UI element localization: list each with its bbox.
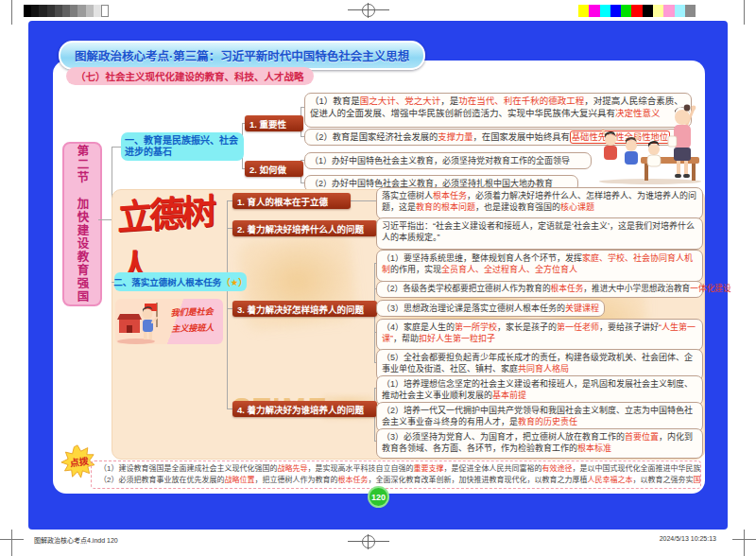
branch2-sub2-node: 2. 着力解决好培养什么人的问题	[232, 220, 377, 236]
branch2-sub4-node: 4. 着力解决好为谁培养人的问题	[232, 401, 377, 417]
registration-crosshair-bottom	[348, 534, 389, 549]
grayscale-calibration-bar	[24, 5, 109, 17]
branch2-node-label: 二、落实立德树人根本任务	[113, 275, 221, 288]
tips-starburst-icon: 点拨	[60, 444, 94, 478]
importance-star: （★）	[221, 275, 248, 288]
page-title: 图解政治核心考点·第三篇：习近平新时代中国特色社会主义思想	[59, 41, 425, 70]
content-box: （2）各级各类学校都要把立德树人作为教育的根本任务，推进大中小学思想政治教育一体…	[376, 281, 703, 298]
content-box: （4）家庭是人生的第一所学校，家长是孩子的第一任老师，要给孩子讲好“人生第一课”…	[376, 319, 703, 351]
crop-mark	[744, 0, 745, 25]
child-flag-drawing	[115, 299, 170, 344]
registration-crosshair-top	[348, 3, 389, 18]
content-box: （3）必须坚持为党育人、为国育才，把立德树人放在教育工作的首要位置，内化到教育各…	[376, 428, 703, 459]
branch1-sub1-node: 1. 重要性	[245, 115, 303, 131]
mindmap-root-node: 第二节 加快建设教育强国	[62, 142, 102, 306]
tips-line1: （1）建设教育强国是全面建成社会主义现代化强国的战略先导，是实现高水平科技自立自…	[99, 463, 693, 475]
content-box: （1）要坚持系统思维，整体规划育人各个环节，发挥家庭、学校、社会协同育人机制的作…	[376, 250, 703, 282]
crop-mark	[744, 530, 745, 556]
teacher-students-illustration	[593, 102, 705, 185]
branch1-node: 一、教育是民族振兴、社会进步的基石	[121, 132, 244, 161]
branch2-sub1-node: 1. 育人的根本在于立德	[232, 193, 351, 209]
connector	[98, 219, 112, 220]
footer-filename: 图解政治核心考点4.indd 120	[34, 535, 118, 545]
color-calibration-bar	[578, 5, 696, 17]
slogan-text: 我们是社会主义接班人	[170, 304, 220, 338]
branch2-sub3-node: 3. 着力解决好怎样培养人的问题	[232, 301, 377, 317]
branch1-sub2-node: 2. 如何做	[245, 161, 303, 177]
crop-mark	[11, 0, 12, 25]
tips-line2: （2）必须把教育事业放在优先发展的战略位置，把立德树人作为教育的根本任务，全面深…	[99, 475, 693, 486]
print-sheet: 图解政治核心考点·第三篇：习近平新时代中国特色社会主义思想 （七）社会主义现代化…	[0, 0, 756, 556]
content-box: （1）办好中国特色社会主义教育，必须坚持党对教育工作的全面领导	[304, 152, 592, 169]
page-number-badge: 120	[368, 486, 389, 508]
content-box: 习近平指出：“社会主义建设者和接班人，定语就是‘社会主义’，这是我们对培养什么人…	[376, 217, 703, 250]
content-box: （3）思想政治理论课是落实立德树人根本任务的关键课程	[376, 300, 605, 317]
child-flag-illustration: 我们是社会主义接班人	[115, 299, 223, 344]
connector	[112, 147, 121, 148]
tips-box: （1）建设教育强国是全面建成社会主义现代化强国的战略先导，是实现高水平科技自立自…	[91, 460, 701, 489]
crop-mark	[0, 539, 24, 540]
calligraphy-lideshuren: 立德树人	[117, 197, 232, 277]
crop-mark	[732, 539, 756, 540]
crop-mark	[11, 530, 12, 556]
content-box: 落实立德树人根本任务，必须着力解决好培养什么人、怎样培养人、为谁培养人的问题，这…	[376, 187, 703, 219]
branch2-node: 二、落实立德树人根本任务（★）	[114, 272, 247, 291]
section-subtitle: （七）社会主义现代化建设的教育、科技、人才战略	[66, 67, 314, 85]
footer-timestamp: 2024/5/13 10:25:13	[660, 535, 716, 542]
